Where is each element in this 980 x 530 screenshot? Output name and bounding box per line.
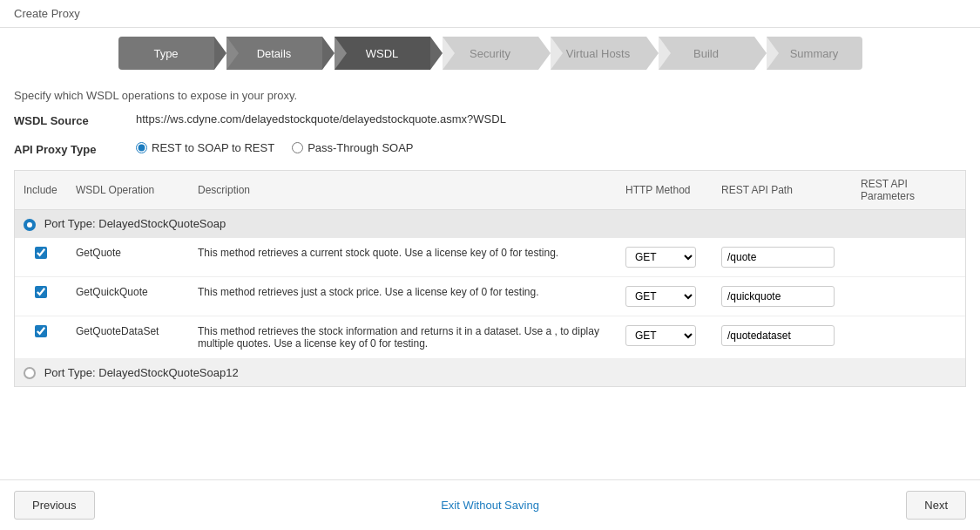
form-area: WSDL Source https://ws.cdyne.com/delayed… bbox=[0, 112, 980, 156]
radio-rest-to-soap[interactable]: REST to SOAP to REST bbox=[136, 141, 274, 154]
op1-params-cell bbox=[852, 238, 965, 277]
op2-path-input[interactable] bbox=[721, 286, 835, 307]
radio-rest-to-soap-label: REST to SOAP to REST bbox=[152, 141, 274, 154]
op2-description: This method retrieves just a stock price… bbox=[189, 276, 617, 316]
op2-name: GetQuickQuote bbox=[67, 276, 189, 316]
exit-without-saving-button[interactable]: Exit Without Saving bbox=[441, 499, 539, 512]
api-proxy-type-row: API Proxy Type REST to SOAP to REST Pass… bbox=[14, 141, 966, 156]
col-operation: WSDL Operation bbox=[67, 171, 189, 210]
step-details[interactable]: Details bbox=[226, 37, 322, 70]
op2-checkbox[interactable] bbox=[35, 286, 47, 298]
op3-path-cell bbox=[713, 316, 852, 358]
op1-path-cell bbox=[713, 238, 852, 277]
op2-include-cell bbox=[15, 276, 67, 316]
col-method: HTTP Method bbox=[617, 171, 713, 210]
step-wsdl[interactable]: WSDL bbox=[335, 37, 430, 70]
col-params: REST API Parameters bbox=[852, 171, 965, 210]
api-proxy-type-label: API Proxy Type bbox=[14, 141, 136, 156]
op3-method-select[interactable]: GET POST PUT DELETE bbox=[625, 325, 696, 346]
table-row: GetQuote This method retrieves a current… bbox=[15, 238, 965, 277]
step-type[interactable]: Type bbox=[118, 37, 214, 70]
op3-description: This method retrieves the stock informat… bbox=[189, 316, 617, 358]
app-title: Create Proxy bbox=[14, 7, 80, 20]
wsdl-source-row: WSDL Source https://ws.cdyne.com/delayed… bbox=[14, 112, 966, 127]
step-build[interactable]: Build bbox=[659, 37, 754, 70]
footer: Previous Exit Without Saving Next bbox=[0, 479, 980, 530]
page-subheading: Specify which WSDL operations to expose … bbox=[0, 82, 980, 112]
step-virtual-hosts[interactable]: Virtual Hosts bbox=[551, 37, 646, 70]
port-type-2-header[interactable]: Port Type: DelayedStockQuoteSoap12 bbox=[15, 358, 965, 386]
op1-checkbox[interactable] bbox=[35, 247, 47, 259]
port-type-1-label: Port Type: DelayedStockQuoteSoap bbox=[44, 217, 226, 230]
op1-description: This method retrieves a current stock qu… bbox=[189, 238, 617, 277]
radio-rest-to-soap-input[interactable] bbox=[136, 142, 147, 153]
op1-method-cell: GET POST PUT DELETE bbox=[617, 238, 713, 277]
port-type-1-header[interactable]: Port Type: DelayedStockQuoteSoap bbox=[15, 210, 965, 238]
next-button[interactable]: Next bbox=[906, 491, 966, 520]
operations-table: Include WSDL Operation Description HTTP … bbox=[15, 171, 965, 386]
op1-path-input[interactable] bbox=[721, 247, 835, 268]
step-summary[interactable]: Summary bbox=[767, 37, 862, 70]
op1-method-select[interactable]: GET POST PUT DELETE bbox=[625, 247, 696, 268]
radio-pass-through[interactable]: Pass-Through SOAP bbox=[292, 141, 413, 154]
app-header: Create Proxy bbox=[0, 0, 980, 28]
table-row: GetQuoteDataSet This method retrieves th… bbox=[15, 316, 965, 358]
op2-params-cell bbox=[852, 276, 965, 316]
port-type-1-radio[interactable] bbox=[24, 219, 36, 231]
proxy-type-radio-group: REST to SOAP to REST Pass-Through SOAP bbox=[136, 141, 414, 154]
op3-name: GetQuoteDataSet bbox=[67, 316, 189, 358]
op3-checkbox[interactable] bbox=[35, 325, 47, 337]
port-type-2-label: Port Type: DelayedStockQuoteSoap12 bbox=[44, 366, 239, 379]
radio-pass-through-input[interactable] bbox=[292, 142, 303, 153]
col-include: Include bbox=[15, 171, 67, 210]
op2-method-select[interactable]: GET POST PUT DELETE bbox=[625, 286, 696, 307]
op1-name: GetQuote bbox=[67, 238, 189, 277]
wizard-steps: Type Details WSDL Security Virtual Hosts… bbox=[0, 28, 980, 82]
previous-button[interactable]: Previous bbox=[14, 491, 95, 520]
op3-method-cell: GET POST PUT DELETE bbox=[617, 316, 713, 358]
step-security[interactable]: Security bbox=[443, 37, 538, 70]
wsdl-source-label: WSDL Source bbox=[14, 112, 136, 127]
wsdl-source-value: https://ws.cdyne.com/delayedstockquote/d… bbox=[136, 112, 506, 126]
operations-table-container: Include WSDL Operation Description HTTP … bbox=[14, 170, 966, 387]
table-row: GetQuickQuote This method retrieves just… bbox=[15, 276, 965, 316]
port-type-2-radio[interactable] bbox=[24, 367, 36, 379]
op1-include-cell bbox=[15, 238, 67, 277]
op3-path-input[interactable] bbox=[721, 325, 835, 346]
op3-params-cell bbox=[852, 316, 965, 358]
op2-path-cell bbox=[713, 276, 852, 316]
footer-center: Exit Without Saving bbox=[441, 499, 539, 512]
table-header: Include WSDL Operation Description HTTP … bbox=[15, 171, 965, 210]
op2-method-cell: GET POST PUT DELETE bbox=[617, 276, 713, 316]
col-path: REST API Path bbox=[713, 171, 852, 210]
radio-pass-through-label: Pass-Through SOAP bbox=[308, 141, 413, 154]
col-description: Description bbox=[189, 171, 617, 210]
op3-include-cell bbox=[15, 316, 67, 358]
